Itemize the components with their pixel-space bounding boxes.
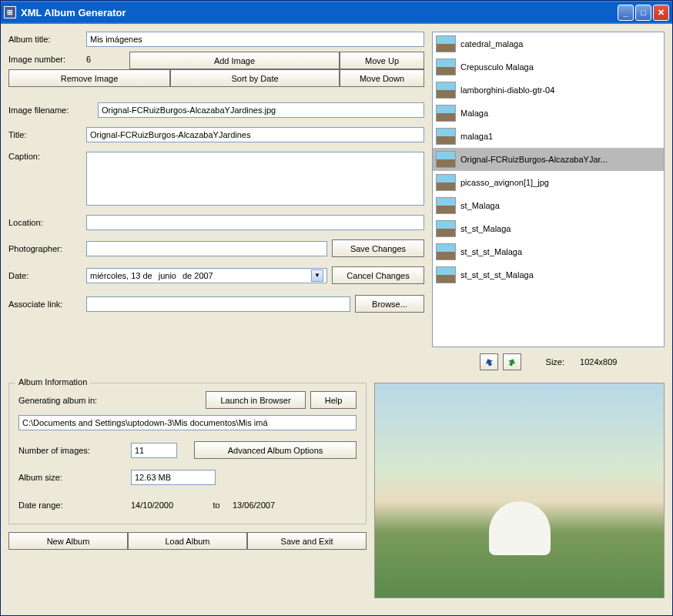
window-controls: _ □ ✕ xyxy=(618,5,669,21)
list-item-label: Orignal-FCRuizBurgos-AlcazabaYJar... xyxy=(460,155,608,164)
size-value: 1024x809 xyxy=(580,357,617,367)
generating-label: Generating album in: xyxy=(18,396,201,405)
list-item-label: st_st_st_Malaga xyxy=(460,247,522,256)
associate-label: Associate link: xyxy=(8,300,82,309)
path-input[interactable] xyxy=(18,415,357,430)
location-label: Location: xyxy=(8,218,82,227)
thumbnail-icon xyxy=(436,220,456,237)
list-item[interactable]: Orignal-FCRuizBurgos-AlcazabaYJar... xyxy=(433,148,664,171)
list-item[interactable]: Crepusculo Malaga xyxy=(433,55,664,79)
list-item[interactable]: catedral_malaga xyxy=(433,32,664,55)
thumbnail-icon xyxy=(436,197,456,214)
titlebar: ⊞ XML Album Generator _ □ ✕ xyxy=(1,1,672,24)
title-input[interactable] xyxy=(86,127,424,142)
album-size-value xyxy=(131,470,216,485)
filename-label: Image filename: xyxy=(8,105,93,115)
save-changes-button[interactable]: Save Changes xyxy=(332,239,424,257)
thumbnail-icon xyxy=(436,243,456,260)
date-month: junio xyxy=(159,271,176,280)
close-button[interactable]: ✕ xyxy=(653,5,669,21)
list-item[interactable]: lamborghini-diablo-gtr-04 xyxy=(433,79,664,102)
remove-image-button[interactable]: Remove Image xyxy=(8,69,170,87)
date-picker[interactable]: miércoles, 13 de junio de 2007 ▼ xyxy=(86,268,327,283)
list-item-label: st_st_Malaga xyxy=(460,224,511,233)
list-item-label: st_Malaga xyxy=(460,201,500,210)
advanced-options-button[interactable]: Advanced Album Options xyxy=(194,441,357,459)
app-icon: ⊞ xyxy=(4,6,16,18)
minimize-button[interactable]: _ xyxy=(618,5,634,21)
num-images-input[interactable] xyxy=(131,443,177,458)
maximize-button[interactable]: □ xyxy=(635,5,651,21)
list-item[interactable]: st_st_st_Malaga xyxy=(433,240,664,263)
thumbnail-icon xyxy=(436,82,456,99)
new-album-button[interactable]: New Album xyxy=(8,532,128,550)
album-title-label: Album title: xyxy=(8,35,82,44)
list-item[interactable]: st_Malaga xyxy=(433,194,664,217)
thumbnail-icon xyxy=(436,174,456,191)
filename-input[interactable] xyxy=(98,102,424,118)
date-to: 13/06/2007 xyxy=(233,500,275,510)
date-from: 14/10/2000 xyxy=(131,500,200,510)
move-down-button[interactable]: Move Down xyxy=(340,69,424,87)
thumbnail-icon xyxy=(436,59,456,75)
title-label: Title: xyxy=(8,130,82,139)
photographer-label: Photographer: xyxy=(8,244,82,253)
image-preview xyxy=(374,383,665,598)
list-item-label: catedral_malaga xyxy=(460,39,523,49)
list-item-label: st_st_st_st_Malaga xyxy=(460,270,534,280)
list-item[interactable]: Malaga xyxy=(433,102,664,125)
list-item-label: lamborghini-diablo-gtr-04 xyxy=(460,85,554,95)
list-item-label: Crepusculo Malaga xyxy=(460,62,534,72)
associate-input[interactable] xyxy=(86,296,350,312)
save-exit-button[interactable]: Save and Exit xyxy=(247,532,367,550)
list-item[interactable]: st_st_st_st_Malaga xyxy=(433,263,664,286)
thumbnail-icon xyxy=(436,266,456,283)
album-size-label: Album size: xyxy=(18,473,126,482)
rotate-right-button[interactable] xyxy=(503,353,521,370)
date-to-label: to xyxy=(205,500,228,510)
location-input[interactable] xyxy=(86,215,424,230)
date-day: miércoles, 13 de xyxy=(90,271,152,280)
size-label: Size: xyxy=(546,357,564,367)
thumbnail-icon xyxy=(436,151,456,168)
thumbnail-icon xyxy=(436,35,456,52)
sort-by-date-button[interactable]: Sort by Date xyxy=(170,69,340,87)
caption-label: Caption: xyxy=(8,152,82,161)
thumbnail-icon xyxy=(436,128,456,145)
image-list[interactable]: catedral_malagaCrepusculo Malagalamborgh… xyxy=(432,32,665,347)
list-item[interactable]: malaga1 xyxy=(433,125,664,148)
thumbnail-icon xyxy=(436,105,456,122)
rotate-left-button[interactable] xyxy=(480,353,498,370)
list-item[interactable]: picasso_avignon[1]_jpg xyxy=(433,171,664,194)
list-item-label: Malaga xyxy=(460,109,488,118)
load-album-button[interactable]: Load Album xyxy=(128,532,247,550)
content-area: Album title: Image number: 6 Add Image M… xyxy=(1,24,672,615)
list-item-label: malaga1 xyxy=(460,132,493,141)
album-title-input[interactable] xyxy=(86,32,424,47)
window-title: XML Album Generator xyxy=(21,7,618,18)
image-number-label: Image number: xyxy=(8,52,82,69)
list-item[interactable]: st_st_Malaga xyxy=(433,217,664,240)
main-window: ⊞ XML Album Generator _ □ ✕ Album title:… xyxy=(0,0,673,616)
move-up-button[interactable]: Move Up xyxy=(340,52,424,69)
date-year: de 2007 xyxy=(182,271,213,280)
date-dropdown-icon[interactable]: ▼ xyxy=(311,270,323,282)
caption-input[interactable] xyxy=(86,152,424,206)
list-item-label: picasso_avignon[1]_jpg xyxy=(460,178,549,187)
date-label: Date: xyxy=(8,271,82,280)
album-info-group: Album Information Generating album in: L… xyxy=(8,383,367,524)
help-button[interactable]: Help xyxy=(310,391,357,409)
launch-browser-button[interactable]: Launch in Browser xyxy=(206,391,306,409)
image-number-value: 6 xyxy=(86,52,125,69)
num-images-label: Number of images: xyxy=(18,446,126,455)
date-range-label: Date range: xyxy=(18,500,126,510)
add-image-button[interactable]: Add Image xyxy=(129,52,340,69)
album-info-title: Album Information xyxy=(15,377,90,387)
browse-button[interactable]: Browse... xyxy=(355,295,424,313)
cancel-changes-button[interactable]: Cancel Changes xyxy=(332,266,424,284)
photographer-input[interactable] xyxy=(86,241,327,256)
